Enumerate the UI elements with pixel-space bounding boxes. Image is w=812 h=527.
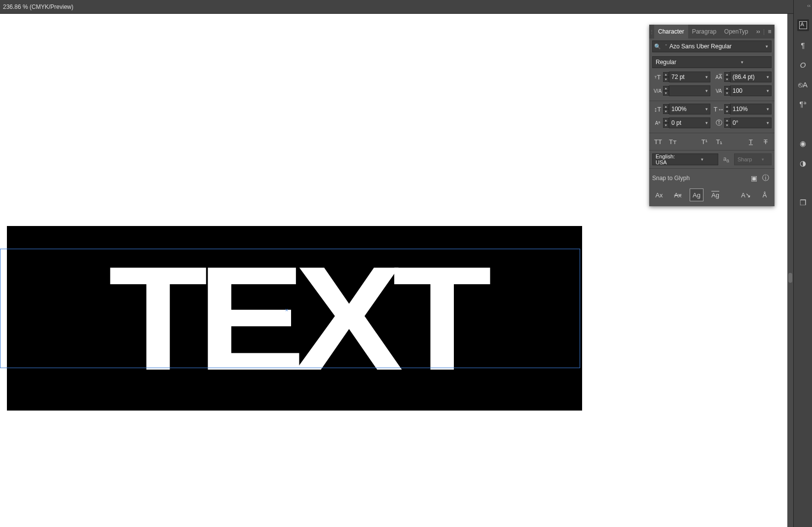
snap-baseline-button[interactable]: Ax bbox=[652, 188, 666, 201]
baseline-shift-input[interactable] bbox=[671, 119, 703, 126]
font-size-stepper[interactable]: ▴▾ bbox=[663, 72, 669, 82]
panel-menu-icon[interactable]: ≡ bbox=[765, 28, 775, 35]
caps-row: TT Tᴛ T¹ T₁ T T bbox=[649, 134, 775, 149]
horizontal-scale-input[interactable] bbox=[733, 106, 764, 113]
font-family-field[interactable]: 🔍 ˅ ▾ bbox=[652, 40, 772, 52]
tracking-icon: VA bbox=[713, 85, 724, 96]
snap-xheight-button[interactable]: Ax bbox=[671, 188, 685, 201]
font-style-value: Regular bbox=[656, 59, 713, 66]
glyphs-panel-icon[interactable]: ⎋A bbox=[797, 78, 809, 90]
rotation-icon: Ⓣ bbox=[713, 117, 724, 128]
tab-paragraph[interactable]: Paragrap bbox=[688, 25, 720, 38]
tab-opentype[interactable]: OpenTyp bbox=[720, 25, 752, 38]
tracking-input[interactable] bbox=[733, 87, 764, 94]
language-value: English: USA bbox=[656, 153, 687, 165]
snap-info-icon[interactable]: ⓘ bbox=[760, 174, 772, 183]
graphic-styles-panel-icon[interactable]: ◑ bbox=[797, 157, 809, 169]
paragraph-panel-icon[interactable]: ¶ bbox=[797, 39, 809, 51]
snap-glyph-options: Ax Ax Ag Ag A↘ Å bbox=[649, 187, 775, 206]
artboards-panel-icon[interactable]: ❐ bbox=[797, 197, 809, 209]
leading-dropdown-icon[interactable]: ▾ bbox=[764, 75, 771, 79]
snap-proximity-button[interactable]: Ag bbox=[708, 188, 722, 201]
scrollbar-track bbox=[787, 14, 793, 527]
panel-tab-strip: ⋮⋮ Character Paragrap OpenTyp ›› | ≡ bbox=[649, 25, 775, 38]
tab-character[interactable]: Character bbox=[654, 25, 688, 38]
tracking-stepper[interactable]: ▴▾ bbox=[724, 86, 730, 96]
vertical-scale-stepper[interactable]: ▴▾ bbox=[663, 104, 669, 114]
vertical-scale-dropdown-icon[interactable]: ▾ bbox=[703, 107, 710, 112]
horizontal-scale-dropdown-icon[interactable]: ▾ bbox=[764, 107, 771, 112]
document-tab-label[interactable]: 236.86 % (CMYK/Preview) bbox=[3, 3, 74, 10]
leading-icon: AA bbox=[713, 72, 724, 82]
font-style-select[interactable]: Regular ▾ bbox=[652, 56, 772, 68]
font-filter-chevron-icon[interactable]: ˅ bbox=[663, 44, 669, 49]
vertical-scale-icon: ↕T bbox=[652, 104, 663, 114]
text-object[interactable]: TEXT bbox=[7, 226, 582, 411]
appearance-panel-icon[interactable]: ◉ bbox=[797, 138, 809, 150]
tracking-dropdown-icon[interactable]: ▾ bbox=[764, 88, 771, 93]
paragraph-styles-panel-icon[interactable]: ¶ᵃ bbox=[797, 98, 809, 110]
small-caps-button[interactable]: Tᴛ bbox=[667, 136, 679, 147]
kerning-dropdown-icon[interactable]: ▾ bbox=[703, 88, 710, 93]
kerning-input[interactable] bbox=[671, 87, 703, 94]
scrollbar-thumb-vertical[interactable] bbox=[788, 273, 792, 283]
antialias-select: Sharp ▾ bbox=[734, 153, 772, 165]
superscript-button[interactable]: T¹ bbox=[699, 136, 710, 147]
leading-stepper[interactable]: ▴▾ bbox=[724, 72, 730, 82]
rotation-dropdown-icon[interactable]: ▾ bbox=[764, 120, 771, 125]
character-panel: ⋮⋮ Character Paragrap OpenTyp ›› | ≡ 🔍 ˅… bbox=[649, 25, 775, 206]
font-family-input[interactable] bbox=[669, 43, 762, 50]
baseline-shift-dropdown-icon[interactable]: ▾ bbox=[703, 120, 710, 125]
rotation-input[interactable] bbox=[733, 119, 764, 126]
leading-input[interactable] bbox=[733, 74, 764, 80]
language-select[interactable]: English: USA ▾ bbox=[652, 153, 718, 165]
dock-collapse-icon[interactable]: ‹‹ bbox=[807, 3, 811, 8]
panel-collapse-icon[interactable]: ›› bbox=[753, 28, 763, 35]
panel-grip-icon[interactable]: ⋮⋮ bbox=[649, 29, 654, 35]
baseline-shift-stepper[interactable]: ▴▾ bbox=[663, 118, 669, 128]
antialias-icon: aa bbox=[721, 155, 731, 163]
kerning-icon: V/A bbox=[652, 85, 663, 96]
language-dropdown-icon[interactable]: ▾ bbox=[687, 157, 718, 162]
workspace: TEXT × ⋮⋮ Character Paragrap OpenTyp ›› … bbox=[0, 14, 793, 527]
snap-to-glyph-label: Snap to Glyph bbox=[652, 175, 748, 182]
strikethrough-button[interactable]: T bbox=[760, 136, 772, 147]
kerning-stepper[interactable]: ▴▾ bbox=[663, 86, 669, 96]
snap-anchor-button[interactable]: Å bbox=[758, 188, 772, 201]
all-caps-button[interactable]: TT bbox=[652, 136, 664, 147]
right-panel-dock: ‹‹ ¶ O ⎋A ¶ᵃ ◉ ◑ ❐ bbox=[793, 0, 812, 527]
rotation-stepper[interactable]: ▴▾ bbox=[724, 118, 730, 128]
search-icon: 🔍 bbox=[653, 43, 663, 50]
character-panel-icon[interactable] bbox=[797, 19, 809, 31]
horizontal-scale-stepper[interactable]: ▴▾ bbox=[724, 104, 730, 114]
subscript-button[interactable]: T₁ bbox=[713, 136, 725, 147]
font-style-dropdown-icon[interactable]: ▾ bbox=[713, 60, 771, 65]
snap-glyph-bounds-icon[interactable]: ▣ bbox=[748, 174, 760, 182]
antialias-dropdown-icon: ▾ bbox=[754, 157, 771, 162]
snap-angular-button[interactable]: A↘ bbox=[739, 188, 753, 201]
horizontal-scale-icon: T↔ bbox=[713, 104, 724, 114]
vertical-scale-input[interactable] bbox=[671, 106, 703, 113]
font-size-icon: TT bbox=[652, 72, 663, 82]
baseline-shift-icon: Aª bbox=[652, 117, 663, 128]
opentype-panel-icon[interactable]: O bbox=[797, 59, 809, 71]
antialias-value: Sharp bbox=[738, 156, 754, 162]
font-size-dropdown-icon[interactable]: ▾ bbox=[703, 75, 710, 79]
font-size-input[interactable] bbox=[671, 74, 703, 80]
snap-glyph-bounds-button[interactable]: Ag bbox=[690, 188, 703, 201]
document-tab-bar: 236.86 % (CMYK/Preview) bbox=[0, 0, 812, 14]
artwork-text: TEXT bbox=[108, 244, 480, 392]
font-family-dropdown-icon[interactable]: ▾ bbox=[762, 44, 771, 49]
underline-button[interactable]: T bbox=[745, 136, 757, 147]
